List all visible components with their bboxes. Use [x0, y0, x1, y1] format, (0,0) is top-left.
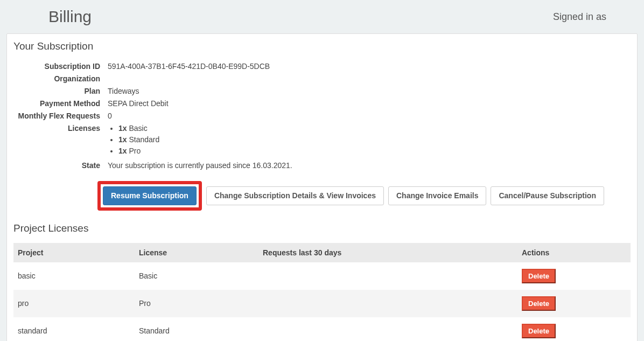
- delete-button[interactable]: Delete: [522, 296, 556, 311]
- page-title: Billing: [48, 8, 92, 26]
- subscription-actions: Resume Subscription Change Subscription …: [13, 181, 631, 211]
- signed-in-label: Signed in as: [553, 11, 606, 23]
- change-details-button[interactable]: Change Subscription Details & View Invoi…: [206, 186, 384, 205]
- cancel-pause-button[interactable]: Cancel/Pause Subscription: [491, 186, 604, 205]
- table-row: standard Standard Delete: [13, 317, 631, 341]
- label-plan: Plan: [13, 86, 108, 97]
- value-subscription-id: 591A-400A-37B1-6F45-421D-0B40-E99D-5DCB: [108, 61, 631, 72]
- resume-subscription-button[interactable]: Resume Subscription: [103, 186, 197, 205]
- row-payment-method: Payment Method SEPA Direct Debit: [13, 98, 631, 109]
- highlight-box: Resume Subscription: [97, 181, 202, 211]
- col-license: License: [135, 243, 258, 262]
- cell-requests: [258, 290, 517, 317]
- row-plan: Plan Tideways: [13, 86, 631, 97]
- project-licenses-table: Project License Requests last 30 days Ac…: [13, 243, 631, 341]
- cell-license: Basic: [135, 262, 258, 290]
- value-flex-requests: 0: [108, 110, 631, 122]
- cell-project: standard: [13, 317, 135, 341]
- row-state: State Your subscription is currently pau…: [13, 160, 631, 171]
- change-invoice-emails-button[interactable]: Change Invoice Emails: [388, 186, 487, 205]
- license-name: Basic: [129, 124, 147, 133]
- delete-button[interactable]: Delete: [522, 324, 556, 338]
- col-project: Project: [13, 243, 135, 262]
- table-header-row: Project License Requests last 30 days Ac…: [13, 243, 631, 262]
- row-flex-requests: Monthly Flex Requests 0: [13, 110, 631, 122]
- label-licenses: Licenses: [13, 123, 108, 134]
- row-organization: Organization: [13, 73, 631, 85]
- col-requests: Requests last 30 days: [258, 243, 517, 262]
- value-state: Your subscription is currently paused si…: [108, 160, 631, 171]
- table-row: pro Pro Delete: [13, 290, 631, 317]
- row-subscription-id: Subscription ID 591A-400A-37B1-6F45-421D…: [13, 61, 631, 72]
- row-licenses: Licenses 1x Basic 1x Standard 1x Pro: [13, 123, 631, 157]
- cell-requests: [258, 262, 517, 290]
- delete-button[interactable]: Delete: [522, 269, 556, 283]
- license-qty: 1x: [118, 147, 127, 155]
- cell-license: Standard: [135, 317, 258, 341]
- licenses-list: 1x Basic 1x Standard 1x Pro: [108, 123, 631, 157]
- value-plan: Tideways: [108, 86, 631, 97]
- col-actions: Actions: [517, 243, 631, 262]
- label-payment-method: Payment Method: [13, 98, 108, 109]
- license-name: Pro: [129, 147, 141, 155]
- project-licenses-heading: Project Licenses: [13, 222, 631, 234]
- cell-project: basic: [13, 262, 135, 290]
- license-qty: 1x: [118, 124, 127, 133]
- value-payment-method: SEPA Direct Debit: [108, 98, 631, 109]
- cell-project: pro: [13, 290, 135, 317]
- billing-card: Your Subscription Subscription ID 591A-4…: [6, 33, 638, 341]
- license-qty: 1x: [118, 135, 127, 144]
- license-item: 1x Pro: [118, 145, 631, 157]
- license-item: 1x Basic: [118, 123, 631, 134]
- table-row: basic Basic Delete: [13, 262, 631, 290]
- value-licenses: 1x Basic 1x Standard 1x Pro: [108, 123, 631, 157]
- label-state: State: [13, 160, 108, 171]
- cell-license: Pro: [135, 290, 258, 317]
- label-flex-requests: Monthly Flex Requests: [13, 110, 108, 122]
- label-subscription-id: Subscription ID: [13, 61, 108, 72]
- label-organization: Organization: [13, 73, 108, 85]
- cell-actions: Delete: [517, 262, 631, 290]
- license-name: Standard: [129, 135, 159, 144]
- cell-requests: [258, 317, 517, 341]
- top-bar: Billing Signed in as: [6, 0, 638, 33]
- subscription-heading: Your Subscription: [13, 40, 631, 52]
- license-item: 1x Standard: [118, 134, 631, 145]
- cell-actions: Delete: [517, 317, 631, 341]
- cell-actions: Delete: [517, 290, 631, 317]
